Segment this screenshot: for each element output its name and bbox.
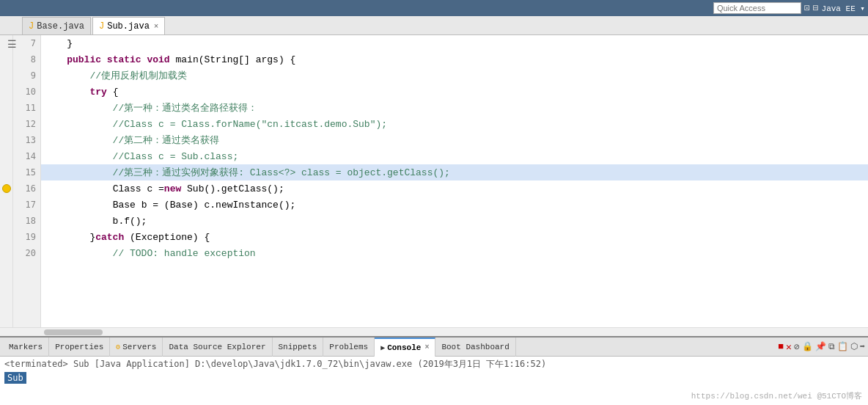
tab-sub-java[interactable]: J Sub.java × (92, 17, 165, 34)
code-line-14: //Class c = Sub.class; (41, 148, 868, 164)
ln-16: 16 (13, 180, 40, 197)
arrow-right-icon[interactable]: ➡ (860, 341, 865, 352)
bp-18 (0, 213, 12, 229)
tab-snippets[interactable]: Snippets (273, 338, 324, 357)
bp-13 (0, 132, 12, 148)
expand-icon[interactable]: ⬡ (850, 341, 858, 352)
ln-19: 19 (13, 229, 40, 245)
ln-18: 18 (13, 213, 40, 229)
bp-14 (0, 148, 12, 164)
tab-servers[interactable]: ⚙ Servers (110, 338, 163, 357)
ln-10: 10 (13, 84, 40, 100)
tab-base-java[interactable]: J Base.java (22, 17, 91, 34)
code-line-10: try { (41, 84, 868, 100)
tab-servers-label: Servers (122, 343, 156, 351)
code-line-17: Base b = (Base) c.newInstance(); (41, 197, 868, 213)
toolbar-icon-1[interactable]: ⊡ (804, 2, 810, 14)
stop-icon[interactable]: ■ (778, 341, 784, 352)
code-line-12: //Class c = Class.forName("cn.itcast.dem… (41, 116, 868, 132)
java-ee-label[interactable]: Java EE ▾ (822, 4, 865, 13)
code-line-8: public static void main(String[] args) { (41, 51, 868, 68)
bp-10 (0, 84, 12, 100)
java-file-icon-base: J (29, 21, 34, 32)
code-line-11: //第一种：通过类名全路径获得： (41, 100, 868, 116)
tab-markers[interactable]: Markers (3, 338, 49, 357)
editor-area: 7 8 9 10 11 12 13 14 15 16 17 18 19 20 }… (0, 35, 868, 327)
breakpoint-gutter (0, 35, 13, 327)
code-line-15: //第三种：通过实例对象获得: Class<?> class = object.… (41, 164, 868, 180)
tab-bootdash[interactable]: Boot Dashboard (435, 338, 515, 357)
bottom-tabbar: Markers Properties ⚙ Servers Data Source… (0, 338, 868, 357)
tab-console-close[interactable]: × (424, 343, 429, 351)
tab-properties[interactable]: Properties (49, 338, 110, 357)
ln-17: 17 (13, 197, 40, 213)
console-sub-output: Sub (4, 372, 26, 384)
ln-9: 9 (13, 68, 40, 84)
collapse-icon[interactable]: ☰ (3, 35, 21, 53)
tab-console[interactable]: ▶ Console × (375, 338, 435, 357)
tab-console-label: Console (387, 343, 421, 352)
console-terminated-text: <terminated> Sub [Java Application] D:\d… (4, 358, 864, 371)
code-line-16: Class c = new Sub().getClass(); (41, 180, 868, 197)
ln-11: 11 (13, 100, 40, 116)
copy-icon[interactable]: ⧉ (828, 342, 835, 352)
tab-sub-close[interactable]: × (154, 22, 159, 31)
bottom-toolbar-icons: ■ ✕ ⊘ 🔒 📌 ⧉ 📋 ⬡ ➡ (778, 341, 868, 353)
line-numbers: 7 8 9 10 11 12 13 14 15 16 17 18 19 20 (13, 35, 41, 327)
tab-datasource-label: Data Source Explorer (169, 343, 265, 351)
scroll-lock-icon[interactable]: 🔒 (802, 341, 813, 352)
bp-17 (0, 197, 12, 213)
servers-icon: ⚙ (116, 343, 120, 351)
top-toolbar: ⊡ ⊟ Java EE ▾ (0, 0, 868, 16)
editor-tabbar: ☰ J Base.java J Sub.java × (0, 16, 868, 35)
tab-bootdash-label: Boot Dashboard (441, 343, 509, 351)
code-line-19: } catch (Exception e) { (41, 229, 868, 245)
watermark: https://blog.csdn.net/wei @51CTO博客 (691, 390, 862, 401)
bp-19 (0, 229, 12, 245)
ln-13: 13 (13, 132, 40, 148)
bp-9 (0, 68, 12, 84)
tab-problems-label: Problems (329, 343, 368, 351)
tab-snippets-label: Snippets (279, 343, 317, 351)
ln-12: 12 (13, 116, 40, 132)
bp-20 (0, 245, 12, 261)
console-output-text: Sub (4, 372, 864, 384)
code-editor[interactable]: } public static void main(String[] args)… (41, 35, 868, 327)
toolbar-icon-2[interactable]: ⊟ (813, 2, 819, 14)
pin-icon[interactable]: 📌 (815, 341, 826, 352)
h-scrollbar-thumb[interactable] (44, 329, 103, 335)
bp-11 (0, 100, 12, 116)
bp-15 (0, 164, 12, 180)
tab-base-label: Base.java (37, 21, 84, 32)
code-line-18: b.f(); (41, 213, 868, 229)
ln-20: 20 (13, 245, 40, 261)
ln-14: 14 (13, 148, 40, 164)
code-line-13: //第二种：通过类名获得 (41, 132, 868, 148)
code-line-20: // TODO: handle exception (41, 245, 868, 261)
bp-12 (0, 116, 12, 132)
editor-scrollbar[interactable] (0, 327, 868, 336)
code-line-9: //使用反射机制加载类 (41, 68, 868, 84)
java-file-icon-sub: J (99, 21, 104, 32)
bp-8 (0, 51, 12, 68)
clear-icon[interactable]: ⊘ (794, 341, 800, 353)
code-line-7: } (41, 35, 868, 51)
tab-properties-label: Properties (55, 343, 103, 351)
bp-16 (0, 180, 12, 197)
tab-problems[interactable]: Problems (323, 338, 375, 357)
bottom-panel: Markers Properties ⚙ Servers Data Source… (0, 336, 868, 405)
quick-access-input[interactable] (713, 2, 801, 14)
terminate-icon[interactable]: ✕ (786, 341, 792, 353)
tab-sub-label: Sub.java (107, 21, 150, 32)
tab-markers-label: Markers (9, 343, 43, 351)
console-icon: ▶ (380, 343, 385, 352)
paste-icon[interactable]: 📋 (837, 341, 848, 352)
ln-8: 8 (13, 51, 40, 68)
ln-15: 15 (13, 164, 40, 180)
tab-datasource[interactable]: Data Source Explorer (163, 338, 272, 357)
